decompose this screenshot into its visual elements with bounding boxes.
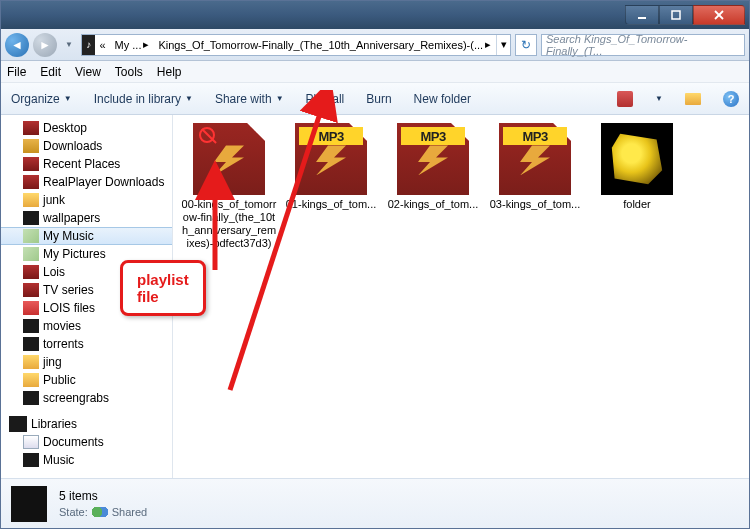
documents-icon: [23, 435, 39, 449]
organize-button[interactable]: Organize ▼: [11, 92, 72, 106]
back-button[interactable]: ◄: [5, 33, 29, 57]
folder-icon: [23, 211, 39, 225]
shared-icon: [92, 505, 108, 519]
tree-item-wallpapers[interactable]: wallpapers: [1, 209, 172, 227]
share-with-button[interactable]: Share with ▼: [215, 92, 284, 106]
breadcrumb-overflow[interactable]: «: [95, 35, 110, 55]
pictures-folder-icon: [23, 247, 39, 261]
file-item[interactable]: MP3 03-kings_of_tom...: [487, 123, 583, 250]
folder-icon: [23, 193, 39, 207]
forward-button[interactable]: ►: [33, 33, 57, 57]
view-options-button[interactable]: [617, 91, 633, 107]
tree-item-jing[interactable]: jing: [1, 353, 172, 371]
menu-file[interactable]: File: [7, 65, 26, 79]
folder-icon: ♪: [82, 35, 96, 55]
recent-icon: [23, 157, 39, 171]
folder-icon: [23, 301, 39, 315]
tree-item-music[interactable]: Music: [1, 451, 172, 469]
file-label: folder: [623, 198, 651, 211]
close-button[interactable]: [693, 5, 745, 25]
folder-icon: [23, 337, 39, 351]
mp3-badge: MP3: [299, 127, 363, 145]
preview-pane-button[interactable]: [685, 91, 701, 107]
menubar: File Edit View Tools Help: [1, 61, 749, 83]
desktop-icon: [23, 121, 39, 135]
file-item[interactable]: MP3 01-kings_of_tom...: [283, 123, 379, 250]
item-count: 5 items: [59, 489, 147, 503]
folder-icon: [23, 355, 39, 369]
tree-item-public[interactable]: Public: [1, 371, 172, 389]
explorer-window: ◄ ► ▼ ♪ « My ... ▸ Kings_Of_Tomorrow-Fin…: [0, 0, 750, 529]
new-folder-button[interactable]: New folder: [414, 92, 471, 106]
folder-icon: [23, 175, 39, 189]
chevron-down-icon: ▼: [185, 94, 193, 103]
menu-help[interactable]: Help: [157, 65, 182, 79]
folder-icon: [23, 391, 39, 405]
music-icon: [23, 453, 39, 467]
tree-item-junk[interactable]: junk: [1, 191, 172, 209]
file-item[interactable]: MP3 02-kings_of_tom...: [385, 123, 481, 250]
folder-icon: [23, 373, 39, 387]
folder-large-icon: [11, 486, 47, 522]
details-pane: 5 items State: Shared: [1, 478, 749, 528]
tree-item-movies[interactable]: movies: [1, 317, 172, 335]
minimize-button[interactable]: [625, 5, 659, 25]
help-button[interactable]: ?: [723, 91, 739, 107]
file-item[interactable]: 00-kings_of_tomorrow-finally_(the_10th_a…: [181, 123, 277, 250]
menu-edit[interactable]: Edit: [40, 65, 61, 79]
tree-item-downloads[interactable]: Downloads: [1, 137, 172, 155]
tree-item-screengrabs[interactable]: screengrabs: [1, 389, 172, 407]
content-pane[interactable]: 00-kings_of_tomorrow-finally_(the_10th_a…: [173, 115, 749, 478]
file-item[interactable]: folder: [589, 123, 685, 250]
state-label: State:: [59, 506, 88, 518]
mp3-badge: MP3: [401, 127, 465, 145]
toolbar: Organize ▼ Include in library ▼ Share wi…: [1, 83, 749, 115]
history-dropdown[interactable]: ▼: [61, 40, 77, 49]
tree-item-torrents[interactable]: torrents: [1, 335, 172, 353]
mp3-badge: MP3: [503, 127, 567, 145]
tree-item-mymusic[interactable]: My Music: [1, 227, 172, 245]
music-folder-icon: [23, 229, 39, 243]
burn-button[interactable]: Burn: [366, 92, 391, 106]
tree-item-recent[interactable]: Recent Places: [1, 155, 172, 173]
album-art-icon: [601, 123, 673, 195]
file-label: 00-kings_of_tomorrow-finally_(the_10th_a…: [181, 198, 277, 250]
include-in-library-button[interactable]: Include in library ▼: [94, 92, 193, 106]
menu-tools[interactable]: Tools: [115, 65, 143, 79]
tree-item-libraries[interactable]: Libraries: [1, 415, 172, 433]
file-label: 03-kings_of_tom...: [490, 198, 581, 211]
chevron-down-icon: ▼: [64, 94, 72, 103]
svg-rect-1: [672, 11, 680, 19]
file-label: 02-kings_of_tom...: [388, 198, 479, 211]
menu-view[interactable]: View: [75, 65, 101, 79]
play-all-button[interactable]: Play all: [306, 92, 345, 106]
breadcrumb-root[interactable]: My ... ▸: [111, 35, 155, 55]
chevron-down-icon[interactable]: ▼: [655, 94, 663, 103]
titlebar: [1, 1, 749, 29]
state-value: Shared: [112, 506, 147, 518]
address-bar: ◄ ► ▼ ♪ « My ... ▸ Kings_Of_Tomorrow-Fin…: [1, 29, 749, 61]
folder-icon: [23, 139, 39, 153]
folder-icon: [23, 283, 39, 297]
search-input[interactable]: Search Kings_Of_Tomorrow-Finally_(T...: [541, 34, 745, 56]
breadcrumb[interactable]: ♪ « My ... ▸ Kings_Of_Tomorrow-Finally_(…: [81, 34, 511, 56]
breadcrumb-folder[interactable]: Kings_Of_Tomorrow-Finally_(The_10th_Anni…: [154, 35, 496, 55]
folder-icon: [23, 265, 39, 279]
maximize-button[interactable]: [659, 5, 693, 25]
chevron-down-icon: ▼: [276, 94, 284, 103]
tree-item-documents[interactable]: Documents: [1, 433, 172, 451]
tree-item-desktop[interactable]: Desktop: [1, 119, 172, 137]
no-icon: [199, 127, 215, 143]
file-label: 01-kings_of_tom...: [286, 198, 377, 211]
folder-icon: [23, 319, 39, 333]
breadcrumb-dropdown[interactable]: ▾: [496, 35, 510, 55]
annotation-callout: playlistfile: [120, 260, 206, 316]
refresh-button[interactable]: ↻: [515, 34, 537, 56]
libraries-icon: [9, 416, 27, 432]
tree-item-realplayer[interactable]: RealPlayer Downloads: [1, 173, 172, 191]
